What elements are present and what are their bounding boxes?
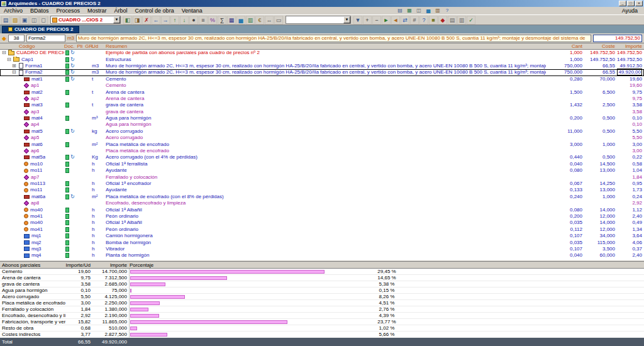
concept-combo[interactable]: ▼ — [286, 16, 351, 24]
move-down-icon[interactable]: ↓ — [180, 16, 189, 25]
grid-row-mat1[interactable]: mat1↻tCemento0,28070,00019,60 — [0, 76, 644, 82]
search-icon[interactable]: ● — [189, 16, 198, 25]
menu-ventana[interactable]: Ventana — [178, 8, 206, 14]
window-icon[interactable]: ▭ — [274, 16, 283, 25]
combo-dropdown-arrow-icon[interactable]: ▼ — [113, 16, 120, 23]
description-field[interactable]: Muro de hormigón armado 2C, H<=3 m, espe… — [76, 35, 591, 42]
print-icon[interactable]: ◫ — [30, 16, 38, 25]
header-ud[interactable]: Ud — [92, 43, 106, 49]
abono-row-placa-met-lica-de-encofrado[interactable]: Placa metálica de encofrado3,002.250,000… — [0, 300, 644, 306]
open-file-icon[interactable]: ▧ — [11, 16, 19, 25]
panel-header-name[interactable]: Abonos parciales — [0, 262, 65, 268]
abono-row-encofrado-desencofrado-y-limpieza[interactable]: Encofrado, desencofrado y limpieza2,922.… — [0, 313, 644, 319]
filter-icon[interactable]: ▼ — [353, 16, 362, 25]
grid-row-mat4[interactable]: mat4m³Agua para hormigón0,2000,5000,10 — [0, 115, 644, 121]
zoom-in-icon[interactable]: + — [363, 16, 372, 25]
grid-row-mat6[interactable]: mat6m²Placa metálica de encofrado3,0001,… — [0, 141, 644, 147]
grid-row-mat2[interactable]: mat2tArena de cantera1,5006,5009,75 — [0, 89, 644, 95]
grid-row-forma1[interactable]: ⊞Forma1↻m3Muro de hormigón armado 2C, H<… — [0, 63, 644, 69]
abono-row-arena-de-cantera[interactable]: Arena de cantera9,757.312,50014,65 % — [0, 275, 644, 281]
grid-row-ap2[interactable]: ap2Arena de cantera9,75 — [0, 96, 644, 102]
redo-icon[interactable]: → — [161, 16, 170, 25]
refresh-icon[interactable]: ⇄ — [401, 16, 409, 25]
grid-row-ap8[interactable]: ap8Encofrado, desencofrado y limpieza2,9… — [0, 200, 644, 206]
tree-expander[interactable]: ⊟ — [7, 57, 13, 63]
grid-row-ap7[interactable]: ap7Ferrallado y colocación1,84 — [0, 174, 644, 180]
menu-ayuda[interactable]: Ayuda — [616, 8, 644, 14]
grid-row-mat6a[interactable]: mat6a↻m²Placa metálica de encofrado (con… — [0, 194, 644, 200]
grid-row-mat3[interactable]: mat3tgrava de cantera1,4322,5003,58 — [0, 102, 644, 108]
minimize-button[interactable]: _ — [619, 1, 626, 6]
tab-cuadro-de-precios-2[interactable]: CUADRO DE PRECIOS 2 — [2, 26, 79, 33]
table-icon[interactable]: ▦ — [406, 8, 413, 14]
database-icon[interactable]: ▥ — [246, 16, 255, 25]
help-icon[interactable]: ? — [443, 8, 451, 14]
calculator-icon[interactable]: ▦ — [227, 16, 236, 25]
grid-row-mat5[interactable]: mat5↻kgAcero corrugado11,0000,5005,50 — [0, 128, 644, 135]
link-icon[interactable]: ↔ — [265, 16, 274, 25]
abono-row-costes-indirectos[interactable]: Costes indirectos3,772.827,5005,66 % — [0, 332, 644, 338]
move-up-icon[interactable]: ↑ — [170, 16, 179, 25]
flag-icon[interactable]: ◆ — [438, 16, 447, 25]
grid-row-mo113[interactable]: mo113hOficial 1ª encofrador0,06714,2500,… — [0, 181, 644, 187]
zoom-out-icon[interactable]: − — [372, 16, 381, 25]
grid-row-mo40[interactable]: mo40hOficial 1ª Albañil0,03514,0000,49 — [0, 220, 644, 226]
grid-row-cap1[interactable]: ⊟Cap1↻Estructuras1,000149.752,50149.752,… — [0, 56, 644, 62]
copy-icon[interactable]: ◧ — [123, 16, 132, 25]
price-table-combo[interactable]: CUADRO ...CIOS 2 ▼ — [50, 16, 121, 24]
header-codigo[interactable]: Código — [0, 43, 64, 49]
tree-expander[interactable]: ⊟ — [2, 50, 8, 56]
sum-icon[interactable]: ∑ — [218, 16, 226, 25]
total-amount-field[interactable]: 149.752,50 — [593, 35, 642, 42]
tree-expander[interactable]: ⊟ — [12, 69, 18, 75]
header-cant[interactable]: Cant — [546, 43, 582, 49]
new-document-icon[interactable]: ▤ — [1, 16, 10, 25]
list-icon[interactable]: ≡ — [199, 16, 208, 25]
grid-row-ap3[interactable]: ap3grava de cantera3,58 — [0, 109, 644, 115]
grid-row-mat5a[interactable]: mat5a↻KgAcero corrugado (con el 4% de pé… — [0, 154, 644, 160]
maximize-button[interactable]: □ — [627, 1, 635, 6]
paste-icon[interactable]: ◨ — [133, 16, 142, 25]
header-doc[interactable]: Doc. — [64, 43, 74, 49]
notes-icon[interactable]: ▤ — [448, 16, 457, 25]
percent-icon[interactable]: % — [208, 16, 217, 25]
grid-row-ap6[interactable]: ap6Placa metálica de encofrado3,00 — [0, 148, 644, 154]
grid-row-mq3[interactable]: mq3hVibrador0,1073,5000,37 — [0, 246, 644, 252]
menu-control-de-obra[interactable]: Control de obra — [131, 8, 178, 14]
save-icon[interactable]: ▣ — [20, 16, 29, 25]
panel-header-importe-ud[interactable]: Importe/Ud — [65, 262, 91, 268]
close-button[interactable]: × — [635, 1, 643, 6]
abono-row-agua-para-hormig-n[interactable]: Agua para hormigón0,1075,0000,15 % — [0, 287, 644, 294]
grid-row-ap1[interactable]: ap1Cemento19,60 — [0, 82, 644, 89]
check-icon[interactable]: ✓ — [467, 16, 475, 25]
database-icon[interactable]: ▥ — [434, 8, 441, 14]
menu-rbol[interactable]: Árbol — [111, 8, 131, 14]
header-pli[interactable]: Pli — [77, 43, 82, 49]
info-icon[interactable]: ? — [419, 16, 428, 25]
grid-row-mo41[interactable]: mo41hPeón ordinario0,11212,0001,34 — [0, 226, 644, 233]
import-icon[interactable]: ◄ — [391, 16, 400, 25]
abono-row-resto-de-obra[interactable]: Resto de obra0,68510,0001,02 % — [0, 325, 644, 332]
combo-dropdown-arrow-icon[interactable]: ▼ — [343, 16, 350, 23]
export-icon[interactable]: ► — [382, 16, 391, 25]
euro-icon[interactable]: € — [255, 16, 264, 25]
menu-mostrar[interactable]: Mostrar — [84, 8, 111, 14]
code-field[interactable]: Forma2 — [26, 35, 65, 42]
header-coste[interactable]: Coste — [582, 43, 615, 49]
chart-icon[interactable]: ▅ — [236, 16, 245, 25]
grid-row-mo40[interactable]: mo40hOficial 1ª Albañil0,08014,0001,12 — [0, 206, 644, 213]
grid-row-mo11[interactable]: mo11hAyudante0,13313,0001,73 — [0, 187, 644, 193]
delete-icon[interactable]: ✗ — [142, 16, 151, 25]
menu-archivo[interactable]: Archivo — [0, 8, 26, 14]
abono-row-fabricaci-n-transporte-y-vertido[interactable]: Fabricación, transporte y vertido15,8211… — [0, 319, 644, 325]
abono-row-acero-corrugado[interactable]: Acero corrugado5,504.125,0008,26 % — [0, 294, 644, 300]
grid-row-mq4[interactable]: mq4hPlanta de hormigón0,04060,0002,40 — [0, 252, 644, 259]
panel-header-porcentaje[interactable]: Porcentaje — [127, 262, 644, 268]
row-number-field[interactable]: 38 — [8, 35, 25, 42]
panel-header-importe[interactable]: Importe — [91, 262, 127, 268]
document-icon[interactable]: ▤ — [396, 8, 404, 14]
abono-row-ferrallado-y-colocaci-n[interactable]: Ferrallado y colocación1,841.380,0002,76… — [0, 306, 644, 313]
header-resumen[interactable]: Resumen — [106, 43, 546, 49]
printer-icon[interactable]: ◫ — [415, 8, 423, 14]
menu-bdatos[interactable]: BDatos — [26, 8, 53, 14]
